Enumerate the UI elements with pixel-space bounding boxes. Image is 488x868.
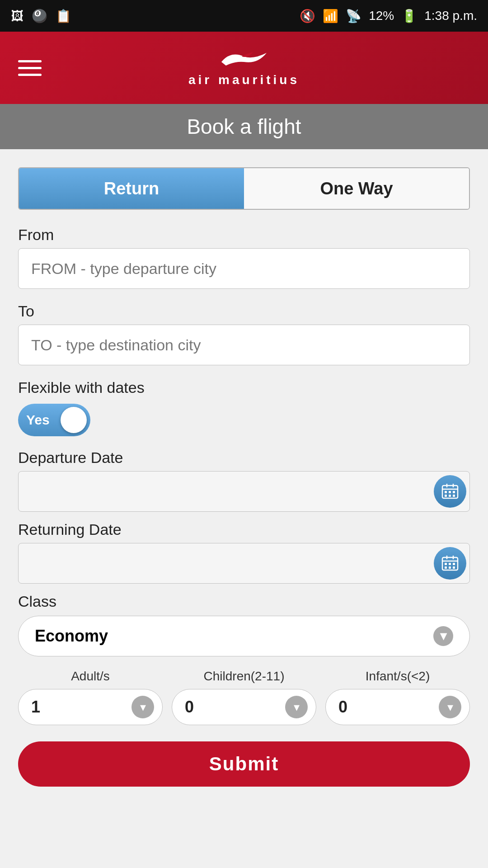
photo-icon: 🖼 [11, 9, 23, 24]
class-label: Class [18, 593, 470, 610]
wifi-icon: 📶 [323, 9, 338, 24]
children-col: Children(2-11) 0 [172, 669, 316, 725]
flexible-dates-toggle[interactable]: Yes [18, 404, 90, 436]
status-bar-right-icons: 🔇 📶 📡 12% 🔋 1:38 p.m. [300, 9, 477, 24]
svg-rect-14 [445, 563, 447, 565]
children-label: Children(2-11) [204, 669, 285, 684]
svg-rect-9 [453, 495, 455, 497]
svg-rect-16 [453, 563, 455, 565]
from-input[interactable] [18, 248, 470, 289]
svg-rect-15 [449, 563, 451, 565]
svg-rect-8 [449, 495, 451, 497]
passenger-row: Adult/s 1 Children(2-11) 0 Infant/s(<2) … [18, 669, 470, 725]
one-way-tab[interactable]: One Way [244, 168, 469, 209]
eight-ball-icon: 🎱 [32, 9, 47, 24]
infants-label: Infant/s(<2) [366, 669, 430, 684]
svg-rect-5 [449, 491, 451, 493]
app-logo: air mauritius [188, 48, 300, 87]
returning-date-wrapper [18, 543, 470, 584]
returning-date-input[interactable] [18, 543, 470, 584]
class-value: Economy [35, 627, 108, 646]
adults-count: 1 [31, 698, 40, 717]
departure-calendar-button[interactable] [434, 475, 466, 508]
children-decrement[interactable] [285, 696, 308, 718]
infants-counter: 0 [325, 689, 470, 725]
page-title: Book a flight [187, 114, 301, 139]
returning-date-label: Returning Date [18, 521, 470, 538]
app-header: air mauritius [0, 32, 488, 104]
status-bar: 🖼 🎱 📋 🔇 📶 📡 12% 🔋 1:38 p.m. [0, 0, 488, 32]
adults-label: Adult/s [71, 669, 110, 684]
logo-bird-svg [217, 48, 271, 71]
from-label: From [18, 226, 470, 244]
departure-date-wrapper [18, 471, 470, 512]
adults-counter: 1 [18, 689, 163, 725]
infants-col: Infant/s(<2) 0 [325, 669, 470, 725]
svg-rect-7 [445, 495, 447, 497]
submit-button[interactable]: Submit [18, 741, 470, 787]
infants-decrement[interactable] [439, 696, 461, 718]
calendar-icon-2 [441, 555, 459, 572]
svg-rect-18 [449, 566, 451, 569]
trip-type-toggle: Return One Way [18, 167, 470, 210]
svg-rect-19 [453, 566, 455, 569]
mute-icon: 🔇 [300, 9, 315, 24]
class-dropdown-arrow [433, 626, 453, 646]
to-input[interactable] [18, 325, 470, 365]
svg-rect-17 [445, 566, 447, 569]
infants-count: 0 [338, 698, 347, 717]
returning-calendar-button[interactable] [434, 547, 466, 580]
flexible-toggle-label: Yes [26, 412, 50, 428]
children-counter: 0 [172, 689, 316, 725]
main-content: Return One Way From To Flexible with dat… [0, 149, 488, 805]
class-dropdown[interactable]: Economy [18, 616, 470, 656]
battery-icon: 🔋 [401, 9, 417, 24]
to-label: To [18, 302, 470, 320]
battery-percent: 12% [369, 9, 394, 23]
children-count: 0 [185, 698, 194, 717]
logo-text: air mauritius [188, 73, 300, 87]
adults-col: Adult/s 1 [18, 669, 163, 725]
page-title-bar: Book a flight [0, 104, 488, 149]
svg-rect-6 [453, 491, 455, 493]
flexible-dates-toggle-row: Yes [18, 404, 470, 436]
toggle-circle [61, 407, 87, 433]
calendar-icon [441, 483, 459, 500]
clock: 1:38 p.m. [424, 9, 477, 23]
signal-icon: 📡 [346, 9, 361, 24]
adults-decrement[interactable] [131, 696, 154, 718]
svg-rect-4 [445, 491, 447, 493]
departure-date-label: Departure Date [18, 449, 470, 467]
status-bar-left-icons: 🖼 🎱 📋 [11, 9, 71, 24]
departure-date-input[interactable] [18, 471, 470, 512]
menu-button[interactable] [18, 60, 42, 76]
flexible-dates-label: Flexible with dates [18, 379, 470, 396]
return-tab[interactable]: Return [19, 168, 244, 209]
clipboard-icon: 📋 [56, 9, 71, 24]
